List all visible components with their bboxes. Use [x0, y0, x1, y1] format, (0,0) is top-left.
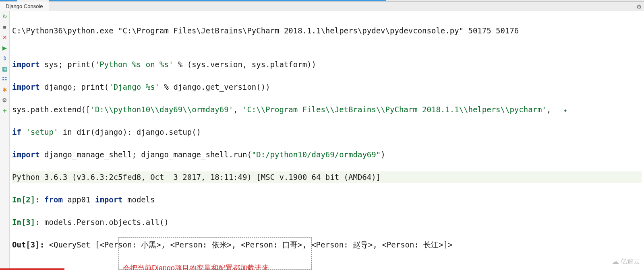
tab-django-console[interactable]: Django Console [0, 2, 49, 11]
tab-label: Django Console [6, 3, 43, 9]
in-prompt: In[3]: [12, 218, 44, 227]
in-3-line: In[3]: models.Person.objects.all() [12, 216, 642, 228]
console-toolbar: ↻ ■ ✕ ▶ ⇕ ▦ ☷ ✱ ⚙ ＋ [0, 11, 10, 270]
import-sys-line: import sys; print('Python %s on %s' % (s… [12, 59, 642, 70]
watermark-text: 亿速云 [621, 258, 640, 266]
python-version-line: Python 3.6.3 (v3.6.3:2c5fed8, Oct 3 2017… [12, 171, 642, 183]
in-prompt: In[2]: [12, 195, 44, 204]
exec-line: C:\Python36\python.exe "C:\Program Files… [12, 25, 642, 36]
kw-import: import [12, 82, 40, 91]
kw-import: import [12, 150, 40, 159]
vars-icon[interactable]: ▦ [1, 65, 8, 72]
manage-shell-line: import django_manage_shell; django_manag… [12, 149, 642, 160]
annotation-box: 会把当前Django项目的变量和配置都加载进来, 我们可以直接使用项目的各种模块… [118, 237, 312, 270]
attach-icon[interactable]: ⇕ [1, 55, 8, 62]
tool-window-tab-bar: Django Console ⚙ [0, 2, 644, 11]
out-prompt: Out[3]: [12, 240, 49, 249]
props-icon[interactable]: ☷ [1, 76, 8, 83]
syspath-line: sys.path.extend(['D:\\python10\\day69\\o… [12, 104, 642, 115]
setup-line: if 'setup' in dir(django): django.setup(… [12, 126, 642, 138]
workspace: ↻ ■ ✕ ▶ ⇕ ▦ ☷ ✱ ⚙ ＋ C:\Python36\python.e… [0, 11, 644, 270]
watermark: ☁ 亿速云 [612, 257, 640, 266]
run-icon[interactable]: ▶ [1, 44, 8, 52]
kw-import: import [12, 60, 40, 69]
kw-import: import [95, 195, 123, 204]
import-django-line: import django; print('Django %s' % djang… [12, 81, 642, 93]
in-2-line: In[2]: from app01 import models [12, 194, 642, 205]
bottom-accent [0, 268, 64, 270]
out-3-line: Out[3]: <QuerySet [<Person: 小黑>, <Person… [12, 239, 642, 250]
add-icon[interactable]: ＋ [1, 107, 8, 114]
stop-icon[interactable]: ■ [1, 23, 8, 31]
annotation-line-1: 会把当前Django项目的变量和配置都加载进来, [123, 263, 307, 270]
rerun-icon[interactable]: ↻ [1, 13, 8, 20]
close-icon[interactable]: ✕ [1, 34, 8, 41]
cloud-icon: ☁ [612, 257, 619, 266]
gear-icon[interactable]: ⚙ [636, 3, 642, 10]
kw-from: from [44, 195, 63, 204]
console-output[interactable]: C:\Python36\python.exe "C:\Program Files… [10, 11, 644, 270]
settings-icon[interactable]: ⚙ [1, 97, 8, 104]
cursor-icon: ✦ [563, 105, 567, 116]
debug-icon[interactable]: ✱ [1, 86, 8, 93]
